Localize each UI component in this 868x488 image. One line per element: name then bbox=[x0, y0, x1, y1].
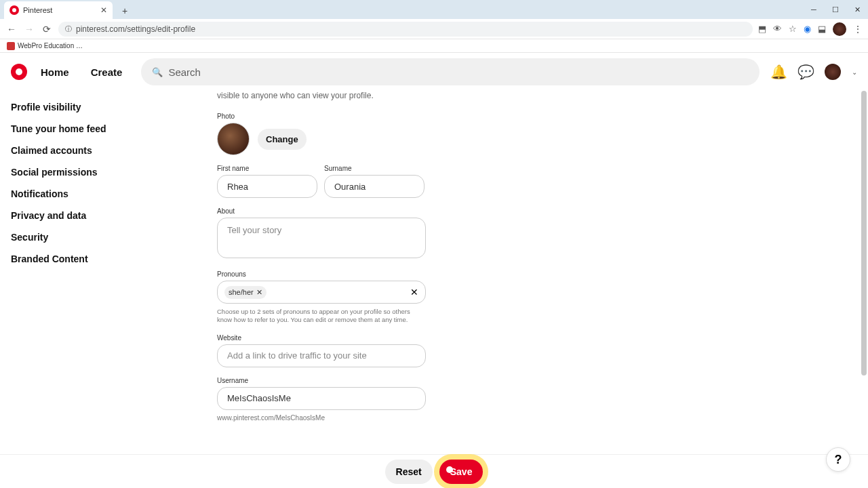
pinterest-header: Home Create 🔍 Search 🔔 💬 ⌄ bbox=[0, 53, 868, 91]
photo-label: Photo bbox=[217, 113, 868, 120]
search-icon: 🔍 bbox=[152, 67, 163, 77]
address-bar: ← → ⟳ ⓘ pinterest.com/settings/edit-prof… bbox=[0, 19, 868, 39]
chrome-profile-avatar[interactable] bbox=[833, 22, 846, 36]
chrome-menu-icon[interactable]: ⋮ bbox=[853, 24, 863, 35]
tab-title: Pinterest bbox=[23, 6, 96, 14]
sidebar-item-notifications[interactable]: Notifications bbox=[11, 183, 152, 205]
forward-icon[interactable]: → bbox=[23, 23, 35, 35]
site-info-icon[interactable]: ⓘ bbox=[65, 24, 72, 34]
back-icon[interactable]: ← bbox=[5, 23, 18, 35]
pinterest-favicon-icon bbox=[9, 5, 19, 15]
download-icon[interactable]: ⬓ bbox=[818, 24, 826, 34]
cursor-icon bbox=[446, 466, 453, 473]
website-label: Website bbox=[217, 334, 868, 342]
extension-icon[interactable]: ◉ bbox=[804, 24, 811, 34]
remove-chip-icon[interactable]: ✕ bbox=[256, 288, 262, 297]
star-icon[interactable]: ☆ bbox=[789, 24, 797, 34]
pinterest-logo-icon[interactable] bbox=[11, 64, 27, 80]
maximize-icon[interactable]: ☐ bbox=[825, 0, 846, 19]
first-name-input[interactable] bbox=[217, 175, 317, 198]
about-label: About bbox=[217, 207, 868, 215]
close-icon[interactable]: ✕ bbox=[100, 5, 107, 15]
clear-pronouns-icon[interactable]: ✕ bbox=[410, 287, 418, 298]
username-label: Username bbox=[217, 377, 868, 384]
bookmark-item[interactable]: WebPro Education … bbox=[18, 42, 83, 49]
reload-icon[interactable]: ⟳ bbox=[41, 23, 53, 35]
profile-avatar[interactable] bbox=[825, 64, 841, 80]
bookmark-favicon-icon bbox=[7, 42, 15, 50]
url-input[interactable]: ⓘ pinterest.com/settings/edit-profile bbox=[58, 22, 753, 37]
save-button[interactable]: Save bbox=[439, 460, 484, 484]
sidebar-item-security[interactable]: Security bbox=[11, 226, 152, 248]
reset-button[interactable]: Reset bbox=[385, 460, 433, 484]
change-photo-button[interactable]: Change bbox=[258, 129, 307, 150]
surname-input[interactable] bbox=[324, 175, 425, 198]
form-footer: Reset Save bbox=[0, 454, 868, 488]
scrollbar-thumb[interactable] bbox=[861, 91, 867, 375]
account-menu-icon[interactable]: ⌄ bbox=[852, 68, 857, 76]
search-placeholder: Search bbox=[168, 66, 201, 78]
edit-profile-form: visible to anyone who can view your prof… bbox=[163, 91, 868, 488]
browser-tab[interactable]: Pinterest ✕ bbox=[4, 1, 113, 19]
search-input[interactable]: 🔍 Search bbox=[141, 58, 760, 85]
eye-off-icon[interactable]: 👁 bbox=[773, 24, 782, 34]
pronoun-chip-text: she/her bbox=[229, 288, 254, 296]
sidebar-item-tune-feed[interactable]: Tune your home feed bbox=[11, 118, 152, 140]
pronouns-input[interactable]: she/her ✕ ✕ bbox=[217, 281, 426, 304]
sidebar-item-privacy-data[interactable]: Privacy and data bbox=[11, 205, 152, 226]
username-url: www.pinterest.com/MeIsChaosIsMe bbox=[217, 414, 868, 422]
messages-icon[interactable]: 💬 bbox=[797, 64, 814, 80]
form-hint: visible to anyone who can view your prof… bbox=[217, 91, 868, 100]
pronouns-help: Choose up to 2 sets of pronouns to appea… bbox=[217, 308, 426, 325]
surname-label: Surname bbox=[324, 165, 425, 172]
sidebar-item-social-permissions[interactable]: Social permissions bbox=[11, 161, 152, 183]
pronouns-label: Pronouns bbox=[217, 270, 868, 278]
notifications-icon[interactable]: 🔔 bbox=[770, 64, 787, 80]
username-input[interactable] bbox=[217, 387, 426, 410]
nav-home[interactable]: Home bbox=[33, 66, 77, 78]
bookmark-bar: WebPro Education … bbox=[0, 39, 868, 53]
browser-tab-strip: Pinterest ✕ + ─ ☐ ✕ bbox=[0, 0, 868, 19]
first-name-label: First name bbox=[217, 165, 317, 172]
website-input[interactable] bbox=[217, 344, 426, 367]
install-icon[interactable]: ⬒ bbox=[758, 24, 766, 34]
save-label: Save bbox=[450, 466, 473, 477]
sidebar-item-branded-content[interactable]: Branded Content bbox=[11, 248, 152, 270]
help-fab[interactable]: ? bbox=[826, 447, 850, 472]
about-input[interactable] bbox=[217, 218, 426, 258]
minimize-icon[interactable]: ─ bbox=[803, 0, 825, 19]
url-text: pinterest.com/settings/edit-profile bbox=[76, 24, 195, 34]
settings-sidebar: Profile visibility Tune your home feed C… bbox=[0, 91, 163, 488]
new-tab-button[interactable]: + bbox=[117, 3, 133, 19]
sidebar-item-profile-visibility[interactable]: Profile visibility bbox=[11, 96, 152, 118]
pronoun-chip: she/her ✕ bbox=[224, 286, 267, 299]
nav-create[interactable]: Create bbox=[83, 66, 131, 78]
profile-photo bbox=[217, 123, 250, 155]
close-window-icon[interactable]: ✕ bbox=[846, 0, 868, 19]
sidebar-item-claimed-accounts[interactable]: Claimed accounts bbox=[11, 140, 152, 161]
scrollbar-track[interactable] bbox=[861, 91, 867, 488]
